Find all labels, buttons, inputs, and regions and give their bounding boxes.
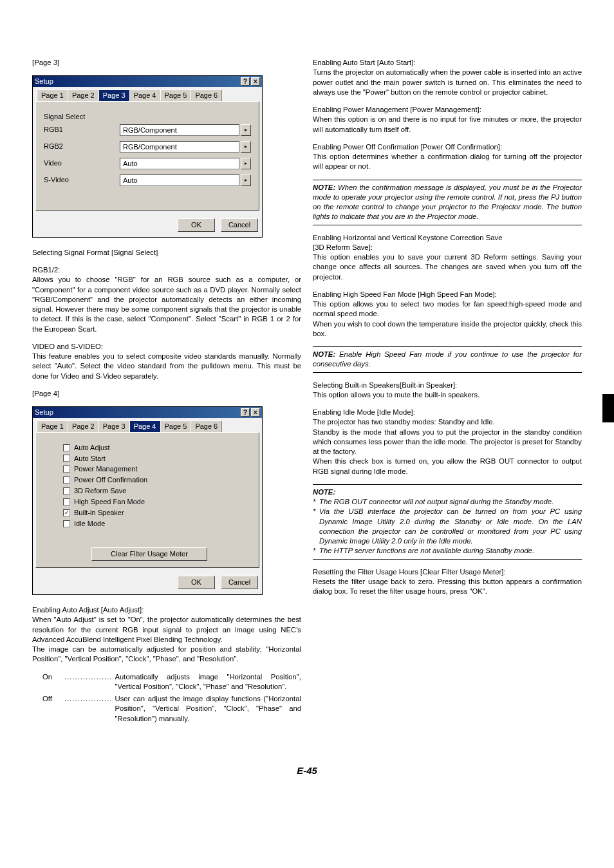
- cancel-button[interactable]: Cancel: [221, 218, 258, 232]
- check-label: Auto Start: [74, 454, 106, 464]
- term-row-on: On .................. Automatically adju…: [42, 672, 301, 692]
- help-button[interactable]: ?: [241, 77, 250, 86]
- ok-button[interactable]: OK: [178, 218, 215, 232]
- row-rgb1: RGB1 RGB/Component ▸: [44, 124, 251, 136]
- dialog4-buttons: OK Cancel: [33, 571, 262, 594]
- tab-page1[interactable]: Page 1: [37, 90, 68, 101]
- note3-item-3: *The HTTP server functions are not avail…: [313, 546, 582, 556]
- dialog3-titlebar: Setup ? ×: [33, 76, 262, 87]
- speaker-body: This option allows you to mute the built…: [313, 390, 582, 400]
- dropdown-rgb2[interactable]: RGB/Component ▸: [120, 141, 251, 153]
- fan-heading: Enabling High Speed Fan Mode [High Speed…: [313, 290, 582, 299]
- note3-text-1: The RGB OUT connector will not output si…: [319, 497, 554, 507]
- check-3d-reform-save[interactable]: 3D Reform Save: [63, 486, 251, 496]
- dropdown-svideo-arrow[interactable]: ▸: [241, 175, 251, 186]
- dropdown-video-arrow[interactable]: ▸: [241, 158, 251, 169]
- tab-page4[interactable]: Page 4: [129, 420, 161, 432]
- check-idle-mode[interactable]: Idle Mode: [63, 519, 251, 529]
- tab-page6[interactable]: Page 6: [191, 90, 222, 101]
- close-button[interactable]: ×: [251, 408, 260, 417]
- check-label: Built-in Speaker: [74, 508, 124, 518]
- check-label: Power Off Confirmation: [74, 475, 147, 485]
- clear-filter-button[interactable]: Clear Filter Usage Meter: [91, 547, 207, 561]
- note3-text-3: The HTTP server functions are not availa…: [319, 546, 534, 556]
- check-power-management[interactable]: Power Management: [63, 464, 251, 474]
- check-power-off-confirmation[interactable]: Power Off Confirmation: [63, 475, 251, 485]
- right-column: Enabling Auto Start [Auto Start]: Turns …: [313, 58, 582, 726]
- video-heading: VIDEO and S-VIDEO:: [32, 342, 301, 352]
- term-dots: ..................: [62, 694, 115, 724]
- check-label: 3D Reform Save: [74, 486, 126, 496]
- check-high-speed-fan[interactable]: High Speed Fan Mode: [63, 497, 251, 507]
- asterisk-icon: *: [313, 546, 319, 556]
- tab-page5[interactable]: Page 5: [160, 90, 192, 101]
- help-button[interactable]: ?: [241, 408, 250, 417]
- filter-heading: Resetting the Filter Usage Hours [Clear …: [313, 567, 582, 577]
- term-on-desc: Automatically adjusts image "Horizontal …: [115, 672, 302, 692]
- rgb-heading: RGB1/2:: [32, 265, 301, 275]
- term-row-off: Off .................. User can adjust t…: [42, 694, 301, 724]
- row-rgb2: RGB2 RGB/Component ▸: [44, 141, 251, 153]
- tab-page1[interactable]: Page 1: [37, 420, 68, 432]
- dropdown-rgb2-value: RGB/Component: [120, 141, 239, 153]
- auto-start-body: Turns the projector on automatically whe…: [313, 68, 582, 97]
- tab-page2[interactable]: Page 2: [68, 90, 99, 101]
- keystone-heading2: [3D Reform Save]:: [313, 243, 582, 252]
- checkbox-checked-icon: [63, 509, 70, 516]
- tab-page6[interactable]: Page 6: [191, 420, 222, 432]
- left-column: [Page 3] Setup ? × Page 1 Page 2 Page 3 …: [32, 58, 301, 726]
- term-off: Off: [42, 694, 62, 724]
- checkbox-icon: [63, 444, 70, 451]
- page-number: E-45: [0, 752, 614, 802]
- check-auto-start[interactable]: Auto Start: [63, 454, 251, 464]
- dropdown-svideo-value: Auto: [120, 175, 239, 186]
- dropdown-rgb1[interactable]: RGB/Component ▸: [120, 124, 251, 136]
- checkbox-icon: [63, 487, 70, 495]
- check-auto-adjust[interactable]: Auto Adjust: [63, 443, 251, 453]
- check-list: Auto Adjust Auto Start Power Management …: [44, 443, 251, 529]
- setup-dialog-page4: Setup ? × Page 1 Page 2 Page 3 Page 4 Pa…: [32, 406, 263, 595]
- page4-tag: [Page 4]: [32, 389, 301, 399]
- ok-button[interactable]: OK: [178, 576, 215, 589]
- checkbox-icon: [63, 466, 70, 473]
- setup-dialog-page3: Setup ? × Page 1 Page 2 Page 3 Page 4 Pa…: [32, 75, 263, 238]
- close-button[interactable]: ×: [251, 77, 260, 86]
- dropdown-rgb2-arrow[interactable]: ▸: [241, 141, 251, 153]
- dropdown-video[interactable]: Auto ▸: [120, 158, 251, 169]
- label-rgb2: RGB2: [44, 142, 120, 151]
- asterisk-icon: *: [313, 497, 319, 507]
- dropdown-rgb1-arrow[interactable]: ▸: [241, 124, 251, 136]
- idle-heading: Enabling Idle Mode [Idle Mode]:: [313, 408, 582, 417]
- tab-page3[interactable]: Page 3: [98, 90, 130, 101]
- tab-page2[interactable]: Page 2: [68, 420, 99, 432]
- dialog3-title: Setup: [35, 77, 239, 86]
- auto-adjust-body1: When "Auto Adjust" is set to "On", the p…: [32, 615, 301, 645]
- term-dots: ..................: [62, 672, 115, 692]
- check-built-in-speaker[interactable]: Built-in Speaker: [63, 508, 251, 518]
- term-off-desc: User can adjust the image display functi…: [115, 694, 302, 724]
- idle-body3: When this check box is turned on, you al…: [313, 457, 582, 476]
- keystone-body: This option enables you to save your cur…: [313, 252, 582, 282]
- dropdown-svideo[interactable]: Auto ▸: [120, 175, 251, 186]
- power-management-body: When this option is on and there is no i…: [313, 115, 582, 135]
- page-content: [Page 3] Setup ? × Page 1 Page 2 Page 3 …: [0, 0, 614, 752]
- auto-adjust-body2: The image can be automatically adjusted …: [32, 645, 301, 665]
- tab-page5[interactable]: Page 5: [160, 420, 192, 432]
- asterisk-icon: *: [313, 507, 319, 546]
- note3-item-2: *Via the USB interface the projector can…: [313, 507, 582, 546]
- page-side-tab: [602, 394, 614, 422]
- power-off-conf-heading: Enabling Power Off Confirmation [Power O…: [313, 142, 582, 152]
- auto-adjust-heading: Enabling Auto Adjust [Auto Adjust]:: [32, 605, 301, 615]
- checkbox-icon: [63, 455, 70, 462]
- keystone-heading1: Enabling Horizontal and Vertical Keyston…: [313, 233, 582, 243]
- note3-item-1: *The RGB OUT connector will not output s…: [313, 497, 582, 507]
- dialog3-body: Signal Select RGB1 RGB/Component ▸ RGB2 …: [35, 101, 259, 211]
- dialog4-tabs: Page 1 Page 2 Page 3 Page 4 Page 5 Page …: [33, 418, 262, 432]
- signal-select-label: Signal Select: [44, 112, 251, 122]
- tab-page3[interactable]: Page 3: [98, 420, 130, 432]
- checkbox-icon: [63, 520, 70, 527]
- term-table: On .................. Automatically adju…: [42, 672, 301, 724]
- cancel-button[interactable]: Cancel: [221, 576, 258, 589]
- tab-page4[interactable]: Page 4: [129, 90, 161, 101]
- speaker-heading: Selecting Built-in Speakers[Built-in Spe…: [313, 381, 582, 390]
